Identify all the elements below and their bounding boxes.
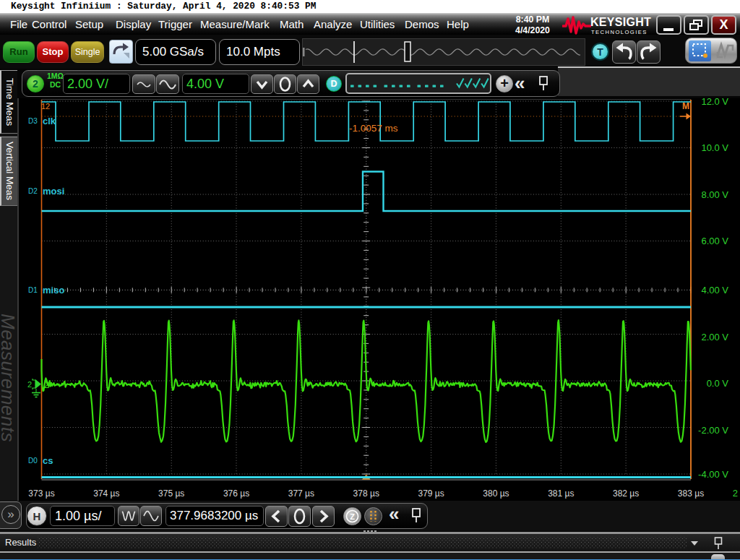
svg-text:M: M: [682, 101, 689, 111]
svg-text:cs: cs: [43, 455, 53, 466]
svg-text:12.0 V: 12.0 V: [701, 98, 728, 107]
svg-text:2.00 V: 2.00 V: [701, 332, 728, 343]
svg-text:D1: D1: [28, 286, 38, 294]
svg-text:10.0 V: 10.0 V: [701, 142, 728, 153]
svg-text:382 µs: 382 µs: [613, 488, 639, 499]
svg-text:377 µs: 377 µs: [288, 488, 314, 499]
svg-text:374 µs: 374 µs: [93, 488, 119, 499]
svg-text:380 µs: 380 µs: [483, 488, 509, 499]
svg-text:376 µs: 376 µs: [223, 488, 249, 499]
svg-text:2: 2: [44, 379, 49, 390]
svg-text:miso: miso: [43, 285, 64, 296]
svg-text:-4.00 V: -4.00 V: [698, 469, 728, 480]
svg-text:4.00 V: 4.00 V: [701, 285, 728, 296]
svg-text:379 µs: 379 µs: [418, 488, 444, 499]
svg-text:Z: Z: [350, 512, 355, 521]
svg-text:8.00 V: 8.00 V: [701, 189, 728, 200]
svg-text:2: 2: [27, 380, 32, 389]
svg-text:12: 12: [41, 102, 50, 111]
svg-text:0.0 V: 0.0 V: [707, 378, 729, 389]
svg-text:D0: D0: [28, 457, 38, 465]
svg-text:mosi: mosi: [43, 186, 64, 197]
svg-text:2: 2: [733, 488, 738, 499]
svg-text:6.00 V: 6.00 V: [701, 236, 728, 246]
svg-text:373 µs: 373 µs: [28, 488, 54, 499]
svg-text:381 µs: 381 µs: [548, 488, 574, 499]
svg-text:375 µs: 375 µs: [158, 488, 184, 499]
svg-text:383 µs: 383 µs: [678, 488, 704, 499]
svg-text:D2: D2: [28, 187, 38, 195]
svg-text:D3: D3: [28, 117, 38, 125]
svg-text:-1.0057 ms: -1.0057 ms: [349, 123, 398, 134]
svg-text:clk: clk: [43, 116, 56, 126]
svg-text:-2.00 V: -2.00 V: [698, 425, 728, 436]
svg-text:378 µs: 378 µs: [353, 488, 379, 499]
